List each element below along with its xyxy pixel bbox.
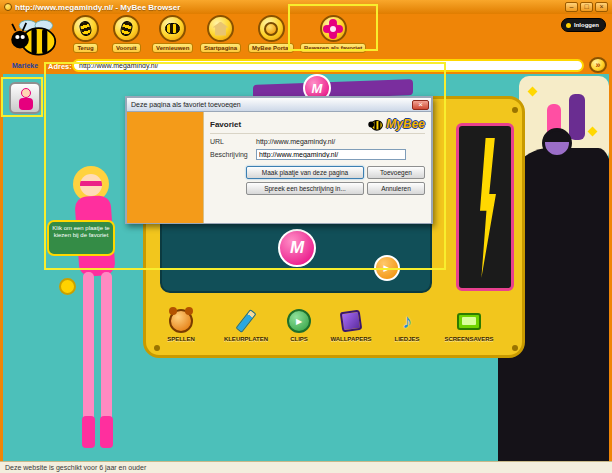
play-icon: ▶: [384, 263, 391, 273]
description-label: Beschrijving: [210, 151, 256, 158]
window-titlebar: http://www.megamindy.nl/ - MyBee Browser…: [0, 0, 612, 14]
dialog-title: Deze pagina als favoriet toevoegen: [131, 101, 412, 108]
screensavers-icon: [456, 308, 482, 334]
cancel-button[interactable]: Annuleren: [367, 182, 425, 195]
url-value: http://www.megamindy.nl/: [256, 138, 335, 145]
nav-wallpapers[interactable]: WALLPAPERS: [323, 308, 379, 356]
lightning-icon: [473, 138, 501, 278]
close-button[interactable]: ×: [595, 2, 608, 12]
main-toolbar: Terug Vooruit Vernieuwen Startpagina MyB…: [0, 14, 612, 58]
dialog-close-button[interactable]: ×: [412, 100, 429, 110]
refresh-button[interactable]: Vernieuwen: [152, 15, 193, 53]
portal-button[interactable]: MyBee Portal: [248, 15, 294, 53]
portal-globe-icon: [258, 15, 285, 42]
nav-spellen[interactable]: SPELLEN: [155, 308, 207, 356]
window-title: http://www.megamindy.nl/ - MyBee Browser: [15, 3, 565, 12]
age-rating-text: Deze website is geschikt voor 6 jaar en …: [5, 464, 146, 471]
music-note-icon: ♪: [394, 308, 420, 334]
maximize-button[interactable]: □: [580, 2, 593, 12]
sparkle-icon: [528, 87, 538, 97]
favorite-section-label: Favoriet: [210, 120, 241, 129]
back-button[interactable]: Terug: [72, 15, 99, 53]
add-favorite-dialog: Deze pagina als favoriet toevoegen × Fav…: [125, 96, 433, 224]
browser-viewport: M STUDIO TO M ▶: [0, 74, 612, 461]
nav-kleurplaten[interactable]: KLEURPLATEN: [215, 308, 277, 356]
home-icon: [207, 15, 234, 42]
screen-logo: M: [278, 229, 316, 267]
login-button[interactable]: Inloggen: [561, 18, 606, 32]
dialog-accent-panel: [127, 112, 203, 223]
add-button[interactable]: Toevoegen: [367, 166, 425, 179]
favorite-picture-avatar-button[interactable]: [9, 82, 41, 114]
profile-name: Marieke: [12, 62, 38, 69]
mybee-bee-logo-icon: [8, 15, 62, 59]
games-icon: [168, 308, 194, 334]
forward-button[interactable]: Vooruit: [112, 15, 141, 53]
address-label: Adres:: [48, 62, 72, 71]
nav-clips[interactable]: ▶ CLIPS: [277, 308, 321, 356]
side-panel: [456, 123, 514, 291]
login-icon: [566, 23, 571, 28]
make-picture-button[interactable]: Maak plaatje van deze pagina: [246, 166, 364, 179]
home-button[interactable]: Startpagina: [200, 15, 241, 53]
status-bar: Deze website is geschikt voor 6 jaar en …: [0, 461, 612, 473]
mybee-logo-bee-icon: [368, 118, 384, 131]
favorite-flower-icon: [320, 15, 347, 42]
back-bee-icon: [72, 15, 99, 42]
browser-window: http://www.megamindy.nl/ - MyBee Browser…: [0, 0, 612, 473]
avatar-icon: [21, 88, 31, 98]
save-favorite-button[interactable]: Bewaren als favoriet: [300, 15, 366, 53]
pencil-icon: [233, 308, 259, 334]
wallpapers-icon: [338, 308, 364, 334]
url-label: URL: [210, 138, 256, 145]
window-bee-icon: [4, 3, 12, 11]
address-input[interactable]: http://www.megamindy.nl/: [72, 59, 584, 72]
nav-screensavers[interactable]: SCREENSAVERS: [433, 308, 505, 356]
play-button[interactable]: ▶: [374, 255, 400, 281]
refresh-bee-icon: [159, 15, 186, 42]
picture-hint-tooltip: Klik om een plaatje te kiezen bij de fav…: [47, 220, 115, 256]
record-description-button[interactable]: Spreek een beschrijving in...: [246, 182, 364, 195]
nav-liedjes[interactable]: ♪ LIEDJES: [385, 308, 429, 356]
mybee-logo: MyBee: [368, 117, 425, 131]
description-input[interactable]: [256, 149, 406, 160]
clips-icon: ▶: [286, 308, 312, 334]
minimize-button[interactable]: –: [565, 2, 578, 12]
forward-bee-icon: [113, 15, 140, 42]
go-button[interactable]: »: [589, 57, 607, 73]
dialog-titlebar: Deze pagina als favoriet toevoegen ×: [127, 98, 431, 112]
address-bar-row: Marieke Adres: http://www.megamindy.nl/ …: [0, 58, 612, 74]
